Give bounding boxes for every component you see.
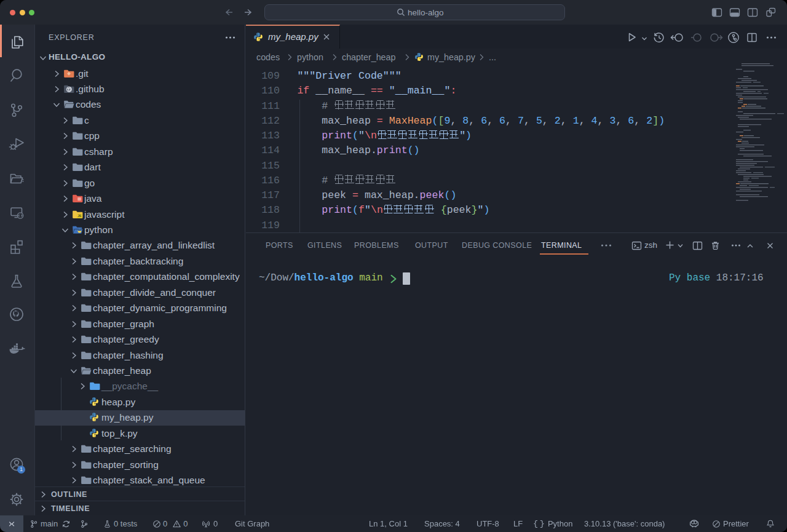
svg-text:JS: JS: [77, 215, 82, 218]
